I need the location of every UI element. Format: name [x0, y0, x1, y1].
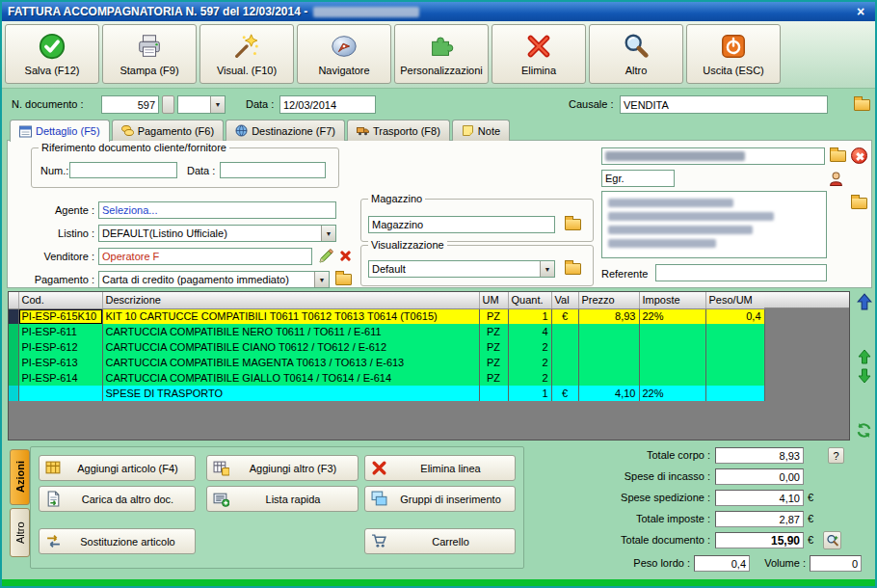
col-header-descrizione[interactable]: Descrizione	[102, 292, 479, 308]
close-button[interactable]: ×	[852, 4, 869, 19]
cell-imposte[interactable]	[639, 355, 705, 370]
cell-um[interactable]: PZ	[479, 308, 508, 324]
indirizzo-folder-icon[interactable]	[851, 198, 867, 209]
cell-quant[interactable]: 1	[508, 386, 551, 401]
cell-imposte[interactable]: 22%	[639, 308, 705, 324]
elimina-button[interactable]: Elimina	[492, 24, 586, 84]
tab-note[interactable]: Note	[452, 120, 510, 141]
visualizzazione-combo[interactable]: Default ▼	[368, 260, 555, 278]
cell-peso-um[interactable]	[705, 386, 764, 401]
cell-quant[interactable]: 1	[508, 308, 551, 324]
vertical-tab-altro[interactable]: Altro	[10, 508, 30, 557]
cell-descrizione[interactable]: KIT 10 CARTUCCE COMPATIBILI T0611 T0612 …	[102, 308, 479, 324]
cell-prezzo[interactable]: 4,10	[578, 386, 639, 401]
riferimento-num-input[interactable]	[69, 162, 177, 178]
col-header-prezzo[interactable]: Prezzo	[578, 292, 639, 308]
cell-val[interactable]	[551, 370, 578, 386]
col-header-um[interactable]: UM	[479, 292, 508, 308]
grid-row-service[interactable]: SPESE DI TRASPORTO 1 € 4,10 22%	[9, 386, 764, 401]
cell-prezzo[interactable]	[578, 370, 639, 386]
sostituzione-articolo-button[interactable]: Sostituzione articolo	[39, 528, 196, 554]
grid-row[interactable]: PI-ESP-613 CARTUCCIA COMPATIBILE MAGENTA…	[9, 355, 764, 370]
uscita-button[interactable]: Uscita (ESC)	[686, 24, 781, 84]
cell-peso-um[interactable]: 0,4	[705, 308, 764, 324]
carica-da-altro-doc-button[interactable]: Carica da altro doc.	[39, 486, 196, 512]
cell-prezzo[interactable]	[578, 355, 639, 370]
cell-peso-um[interactable]	[705, 370, 764, 386]
cell-prezzo[interactable]	[578, 324, 639, 339]
cell-imposte[interactable]	[639, 324, 705, 339]
col-header-cod[interactable]: Cod.	[18, 292, 102, 308]
scroll-top-arrow-icon[interactable]	[856, 293, 873, 310]
row-selector[interactable]	[9, 339, 18, 355]
cell-cod[interactable]: PI-ESP-615K10	[18, 308, 102, 324]
person-icon[interactable]	[828, 171, 844, 187]
document-number-spin-button[interactable]	[162, 95, 174, 114]
document-type-combo[interactable]: ▼	[177, 95, 226, 114]
altro-button[interactable]: Altro	[589, 24, 683, 84]
move-row-up-icon[interactable]	[857, 349, 872, 364]
cell-cod[interactable]: PI-ESP-614	[18, 370, 102, 386]
grid-row[interactable]: PI-ESP-611 CARTUCCIA COMPATIBILE NERO T0…	[9, 324, 764, 339]
pagamento-combo[interactable]: Carta di credito (pagamento immediato) ▼	[98, 271, 330, 288]
cell-um[interactable]: PZ	[479, 355, 508, 370]
col-header-peso-um[interactable]: Peso/UM	[705, 292, 764, 308]
row-selector[interactable]	[9, 355, 18, 370]
cell-descrizione[interactable]: CARTUCCIA COMPATIBILE MAGENTA T0613 / TO…	[102, 355, 479, 370]
cliente-input[interactable]	[601, 147, 825, 165]
cell-imposte[interactable]	[639, 370, 705, 386]
navigatore-button[interactable]: Navigatore	[297, 24, 391, 84]
row-selector[interactable]	[9, 370, 18, 386]
document-date-input[interactable]: 12/03/2014	[279, 95, 376, 114]
cell-um[interactable]: PZ	[479, 339, 508, 355]
cell-val[interactable]	[551, 355, 578, 370]
cell-cod[interactable]: PI-ESP-611	[18, 324, 102, 339]
aggiungi-altro-button[interactable]: Aggiungi altro (F3)	[206, 455, 359, 481]
cell-descrizione[interactable]: CARTUCCIA COMPATIBILE NERO T0611 / TO611…	[102, 324, 479, 339]
cell-cod[interactable]: PI-ESP-612	[18, 339, 102, 355]
cell-val[interactable]	[551, 324, 578, 339]
lista-rapida-button[interactable]: Lista rapida	[206, 486, 359, 512]
edit-pencil-icon[interactable]	[318, 249, 333, 264]
magazzino-folder-icon[interactable]	[565, 219, 581, 230]
cell-quant[interactable]: 4	[508, 324, 551, 339]
causale-folder-icon[interactable]	[854, 99, 870, 111]
row-selector[interactable]	[9, 308, 18, 324]
magazzino-input[interactable]: Magazzino	[368, 216, 555, 233]
row-selector[interactable]	[9, 324, 18, 339]
venditore-field[interactable]: Operatore F	[98, 248, 312, 265]
gruppi-di-inserimento-button[interactable]: Gruppi di inserimento	[364, 486, 516, 512]
cliente-delete-icon[interactable]	[851, 147, 867, 164]
cell-prezzo[interactable]: 8,93	[578, 308, 639, 324]
col-header-val[interactable]: Val	[551, 292, 578, 308]
cell-um[interactable]: PZ	[479, 370, 508, 386]
cell-quant[interactable]: 2	[508, 355, 551, 370]
cell-imposte[interactable]	[639, 339, 705, 355]
zoom-total-button[interactable]	[823, 531, 841, 549]
cell-val[interactable]: €	[551, 308, 578, 324]
vertical-tab-azioni[interactable]: Azioni	[10, 449, 30, 505]
pagamento-folder-icon[interactable]	[335, 274, 352, 285]
tab-dettaglio[interactable]: Dettaglio (F5)	[10, 120, 110, 142]
clear-venditore-x-icon[interactable]	[339, 250, 352, 262]
move-row-down-icon[interactable]	[857, 368, 872, 384]
cliente-folder-icon[interactable]	[830, 150, 846, 162]
cell-peso-um[interactable]	[705, 339, 764, 355]
causale-input[interactable]: VENDITA	[620, 95, 828, 114]
riferimento-data-input[interactable]	[220, 162, 326, 178]
titolo-input[interactable]: Egr.	[601, 170, 675, 187]
cell-val[interactable]: €	[551, 386, 578, 401]
referente-input[interactable]	[655, 264, 827, 281]
visual-button[interactable]: Visual. (F10)	[199, 24, 294, 84]
cell-peso-um[interactable]	[705, 324, 764, 339]
aggiungi-articolo-button[interactable]: Aggiungi articolo (F4)	[39, 455, 196, 481]
stampa-button[interactable]: Stampa (F9)	[102, 24, 197, 84]
cell-um[interactable]	[479, 386, 508, 401]
document-number-input[interactable]: 597	[101, 95, 159, 114]
carrello-button[interactable]: Carrello	[364, 528, 516, 554]
cell-descrizione[interactable]: CARTUCCIA COMPATIBILE CIANO T0612 / TO61…	[102, 339, 479, 355]
cell-um[interactable]: PZ	[479, 324, 508, 339]
grid-row[interactable]: PI-ESP-614 CARTUCCIA COMPATIBILE GIALLO …	[9, 370, 764, 386]
help-button[interactable]: ?	[828, 447, 844, 464]
cell-val[interactable]	[551, 339, 578, 355]
